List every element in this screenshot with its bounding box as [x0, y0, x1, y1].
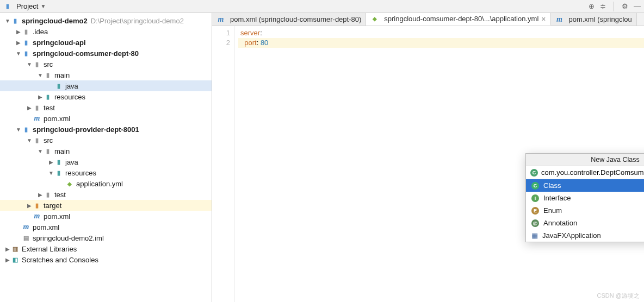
- expand-icon[interactable]: ≑: [600, 2, 606, 10]
- tree-extlib[interactable]: ▶ ▥ External Libraries: [0, 243, 212, 254]
- chevron-down-icon[interactable]: ▼: [26, 137, 33, 143]
- tree-resources-1[interactable]: ▶ ▮ resources: [0, 91, 212, 102]
- gear-icon[interactable]: ⚙: [622, 2, 628, 10]
- tree-test-2[interactable]: ▶ ▮ test: [0, 189, 212, 200]
- tree-target[interactable]: ▶ ▮ target: [0, 200, 212, 211]
- tree-api[interactable]: ▶ ▮ springcloud-api: [0, 37, 212, 48]
- class-name-input[interactable]: [541, 168, 644, 177]
- scratch-icon: ◧: [11, 255, 20, 264]
- label: pom.xml: [44, 115, 70, 123]
- project-tree[interactable]: ▼ ▮ springcloud-demo2 D:\Project\springc…: [0, 13, 212, 302]
- hide-icon[interactable]: —: [634, 2, 641, 10]
- maven-icon: m: [22, 223, 30, 231]
- resources-folder-icon: ▮: [44, 92, 52, 101]
- module-icon: ▮: [11, 16, 20, 25]
- editor-tabs: m pom.xml (springcloud-comsumer-dept-80)…: [212, 13, 644, 26]
- maven-icon: m: [33, 212, 41, 221]
- chevron-down-icon[interactable]: ▼: [15, 51, 22, 56]
- item-label: Annotation: [543, 219, 577, 227]
- maven-icon: m: [33, 114, 41, 123]
- label: target: [44, 202, 61, 210]
- tree-src-2[interactable]: ▼ ▮ src: [0, 135, 212, 146]
- chevron-right-icon[interactable]: ▶: [26, 203, 33, 209]
- chevron-down-icon[interactable]: ▼: [4, 18, 11, 24]
- tree-idea[interactable]: ▶ ▮ .idea: [0, 26, 212, 37]
- line-number: 2: [212, 38, 230, 48]
- target-folder-icon: ▮: [33, 201, 41, 210]
- folder-icon: ▮: [33, 136, 41, 144]
- chevron-right-icon[interactable]: ▶: [37, 192, 44, 198]
- tree-iml[interactable]: ▤ springcloud-demo2.iml: [0, 232, 212, 243]
- locate-icon[interactable]: ⊕: [589, 2, 595, 10]
- chevron-right-icon[interactable]: ▶: [37, 94, 44, 100]
- interface-icon: I: [531, 194, 539, 202]
- label: springcloud-api: [33, 39, 86, 47]
- tree-pom-root[interactable]: m pom.xml: [0, 222, 212, 232]
- project-label[interactable]: Project: [16, 2, 38, 10]
- tree-java-1[interactable]: ▮ java: [0, 80, 212, 91]
- line-gutter: 1 2: [212, 26, 235, 302]
- tree-main-2[interactable]: ▼ ▮ main: [0, 146, 212, 156]
- label: main: [54, 147, 70, 155]
- chevron-right-icon[interactable]: ▶: [4, 246, 11, 252]
- popup-item-annotation[interactable]: @ Annotation: [526, 217, 644, 229]
- tab-application-yml[interactable]: ◆ springcloud-comsumer-dept-80\...\appli…: [366, 13, 550, 26]
- tree-scratch[interactable]: ▶ ◧ Scratches and Consoles: [0, 254, 212, 265]
- label: pom.xml: [44, 212, 70, 221]
- tree-pom-2[interactable]: m pom.xml: [0, 211, 212, 222]
- popup-item-class[interactable]: C Class: [526, 179, 644, 192]
- popup-list: C Class I Interface E Enum @ Annotation …: [526, 179, 644, 242]
- tree-resources-2[interactable]: ▼ ▮ resources: [0, 167, 212, 178]
- label: resources: [54, 93, 85, 101]
- chevron-right-icon[interactable]: ▶: [15, 40, 22, 46]
- label: src: [44, 60, 53, 68]
- chevron-down-icon[interactable]: ▼: [37, 72, 44, 78]
- tree-src-1[interactable]: ▼ ▮ src: [0, 59, 212, 70]
- popup-item-interface[interactable]: I Interface: [526, 192, 644, 204]
- label: Scratches and Consoles: [22, 256, 98, 264]
- tab-label: springcloud-comsumer-dept-80\...\applica…: [384, 15, 538, 23]
- tree-appyml[interactable]: ◆ application.yml: [0, 178, 212, 189]
- yaml-icon: ◆: [370, 15, 379, 23]
- iml-icon: ▤: [22, 234, 30, 242]
- chevron-right-icon[interactable]: ▶: [26, 105, 33, 111]
- tree-provider[interactable]: ▼ ▮ springcloud-provider-dept-8001: [0, 124, 212, 135]
- tab-pom-other[interactable]: m pom.xml (springclou: [550, 13, 636, 26]
- label: java: [65, 158, 78, 166]
- popup-item-enum[interactable]: E Enum: [526, 204, 644, 217]
- chevron-right-icon[interactable]: ▶: [15, 29, 22, 35]
- tree-pom-1[interactable]: m pom.xml: [0, 113, 212, 124]
- close-icon[interactable]: ×: [541, 15, 546, 23]
- chevron-down-icon[interactable]: ▼: [15, 127, 22, 133]
- popup-item-javafx[interactable]: ▦ JavaFXApplication: [526, 229, 644, 242]
- label: test: [54, 191, 66, 199]
- chevron-right-icon[interactable]: ▶: [4, 257, 11, 263]
- label: pom.xml: [33, 223, 59, 231]
- folder-icon: ▮: [33, 60, 41, 68]
- folder-icon: ▮: [44, 71, 52, 79]
- tree-java-2[interactable]: ▶ ▮ java: [0, 156, 212, 167]
- class-icon: C: [530, 169, 538, 177]
- label: springcloud-demo2.iml: [33, 234, 104, 242]
- root-name: springcloud-demo2: [22, 17, 88, 25]
- project-icon: ▮: [3, 2, 12, 11]
- tree-consumer[interactable]: ▼ ▮ springcloud-comsumer-dept-80: [0, 48, 212, 59]
- chevron-down-icon[interactable]: ▼: [48, 170, 54, 176]
- tree-main-1[interactable]: ▼ ▮ main: [0, 70, 212, 80]
- enum-icon: E: [531, 207, 539, 215]
- tab-pom-consumer[interactable]: m pom.xml (springcloud-comsumer-dept-80): [212, 13, 366, 26]
- tree-test-1[interactable]: ▶ ▮ test: [0, 102, 212, 113]
- module-icon: ▮: [22, 125, 30, 134]
- chevron-down-icon[interactable]: ▼: [26, 61, 33, 67]
- library-icon: ▥: [11, 244, 20, 253]
- dropdown-icon[interactable]: ▼: [40, 3, 46, 9]
- module-icon: ▮: [22, 38, 30, 47]
- chevron-down-icon[interactable]: ▼: [37, 148, 44, 154]
- label: resources: [65, 169, 96, 177]
- source-folder-icon: ▮: [54, 158, 63, 166]
- tree-root[interactable]: ▼ ▮ springcloud-demo2 D:\Project\springc…: [0, 15, 212, 26]
- folder-icon: ▮: [33, 103, 41, 112]
- chevron-right-icon[interactable]: ▶: [48, 159, 54, 165]
- popup-input-row: C: [526, 166, 644, 179]
- code-line-2: port: 80: [238, 38, 644, 48]
